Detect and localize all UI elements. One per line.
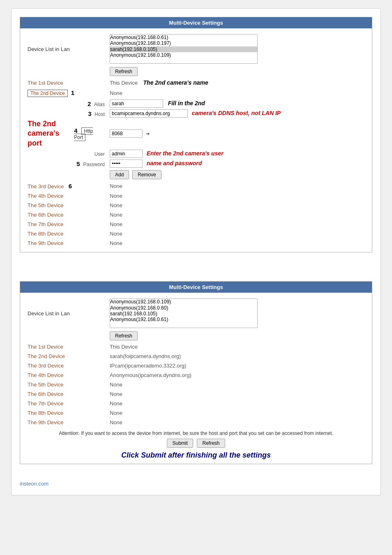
device-4-label: The 4th Device [24,191,106,201]
password-row: 5 Password name and password [24,159,368,169]
num-label-3: 3 [88,110,91,117]
num-label-2: 2 [88,100,91,107]
panel2-device-list-row: Device List in Lan Anonymous(192.168.0.1… [24,297,368,330]
page-wrapper: Multi-Device Settings Device List in Lan… [11,8,381,495]
p2-device-7-label: The 7th Device [24,399,106,408]
the-2nd-device-label: The 2nd Device [28,90,68,97]
panel2: Multi-Device Settings Device List in Lan… [20,281,372,464]
p2-device-row-1: The 1st Device This Device [24,342,368,352]
click-submit-annotation: Click Submit after finishing all the set… [24,451,368,460]
device-list-row: Device List in Lan Anonymous(192.168.0.6… [24,32,368,65]
add-button[interactable]: Add [110,170,129,179]
refresh-button-2[interactable]: Refresh [110,331,138,340]
device-7-value: None [106,220,368,229]
footer-link[interactable]: insteon.com [20,481,48,487]
p2-device-5-label: The 5th Device [24,380,106,389]
device-option-3[interactable]: sarah(192.168.0.105) [110,46,257,52]
device-row-7: The 7th Device None [24,220,368,229]
p2-device-row-7: The 7th Device None [24,399,368,408]
user-left-cell: User [24,149,106,159]
device-list-select[interactable]: Anonymous(192.168.0.61) Anonymous(192.16… [110,34,258,64]
device-list-cell: Anonymous(192.168.0.61) Anonymous(192.16… [106,32,368,65]
panel1: Multi-Device Settings Device List in Lan… [20,17,372,252]
p2-device-4-label: The 4th Device [24,370,106,380]
annotation-ddns-host: camera's DDNS host, not LAN IP [192,110,281,116]
p2-device-row-6: The 6th Device None [24,389,368,399]
device-list-select-wrapper: Anonymous(192.168.0.61) Anonymous(192.16… [110,34,258,64]
p2-device-row-4: The 4th Device Anonymous(ipcamera.dyndns… [24,370,368,380]
device-6-value: None [106,210,368,220]
host-value-cell: camera's DDNS host, not LAN IP [106,109,368,118]
add-remove-row: Add Remove [24,169,368,181]
num-label-1: 1 [71,89,74,96]
device-row-5: The 5th Device None [24,201,368,210]
device-option-1[interactable]: Anonymous(192.168.0.61) [110,35,257,40]
device-row-3: The 3rd Device 6 None [24,181,368,191]
p2-device-row-3: The 3rd Device IPcam(ipcamerademo.3322.o… [24,361,368,370]
panel2-device-list-select[interactable]: Anonymous(192.168.0.109) Anonymous(192.1… [110,298,258,328]
http-port-value-cell: ➔ [106,118,368,149]
remove-button[interactable]: Remove [132,170,161,179]
password-input[interactable] [110,160,143,168]
panel2-select-wrapper: Anonymous(192.168.0.109) Anonymous(192.1… [110,298,258,328]
panel2-header: Multi-Device Settings [20,282,372,293]
http-port-arrow: ➔ [146,131,150,136]
p2-device-6-label: The 6th Device [24,389,106,399]
host-num-cell: 3 Host [24,109,106,118]
device-3-value: None [106,181,368,191]
device-row-4: The 4th Device None [24,191,368,201]
host-field-label: Host [95,111,105,117]
num-label-5: 5 [76,160,80,167]
device-1-label: The 1st Device [24,78,106,88]
user-input[interactable] [110,150,143,158]
device-option-2[interactable]: Anonymous(192.168.0.197) [110,40,257,46]
bottom-buttons: Submit Refresh [24,439,368,448]
device-row-9: The 9th Device None [24,238,368,248]
p2-device-option-2[interactable]: Anonymous(192.168.0.60) [110,305,257,311]
submit-button[interactable]: Submit [167,439,193,448]
alias-value-cell: Fill in the 2nd [106,99,368,109]
p2-device-3-value: IPcam(ipcamerademo.3322.org) [106,361,368,370]
device-8-value: None [106,229,368,238]
device-4-value: None [106,191,368,201]
spacer-between-panels [20,269,372,281]
p2-device-9-value: None [106,418,368,427]
alias-input[interactable] [110,99,163,108]
attention-text: Attention: If you want to access the dev… [24,430,368,436]
panel2-body: Device List in Lan Anonymous(192.168.0.1… [20,293,372,464]
alias-field-label: Alias [94,102,105,107]
host-row: 3 Host camera's DDNS host, not LAN IP [24,109,368,118]
p2-device-option-3[interactable]: sarah(192.168.0.105) [110,311,257,317]
password-value-cell: name and password [106,159,368,169]
device-7-label: The 7th Device [24,220,106,229]
annotation-password: name and password [147,160,202,166]
p2-device-option-4[interactable]: Anonymous(192.168.0.61) [110,317,257,322]
this-device-text: This Device [110,80,138,86]
host-input[interactable] [110,109,188,118]
panel2-table: Device List in Lan Anonymous(192.168.0.1… [24,297,368,427]
p2-device-9-label: The 9th Device [24,418,106,427]
num-label-6: 6 [69,183,72,190]
panel1-table: Device List in Lan Anonymous(192.168.0.6… [24,32,368,248]
p2-device-8-label: The 8th Device [24,408,106,418]
device-1-value: This Device The 2nd camera's name [106,78,368,88]
annotation-2nd-name: The 2nd camera's name [143,79,208,86]
refresh-button-3[interactable]: Refresh [197,439,225,448]
p2-device-row-5: The 5th Device None [24,380,368,389]
panel1-body: Device List in Lan Anonymous(192.168.0.6… [20,28,372,252]
panel1-header: Multi-Device Settings [20,17,372,28]
http-port-input[interactable] [110,130,143,138]
p2-device-row-9: The 9th Device None [24,418,368,427]
panel2-refresh-row: Refresh [24,330,368,342]
p2-device-5-value: None [106,380,368,389]
device-row-6: The 6th Device None [24,210,368,220]
p2-device-option-1[interactable]: Anonymous(192.168.0.109) [110,299,257,305]
refresh-button-1[interactable]: Refresh [110,67,138,76]
password-num-cell: 5 Password [24,159,106,169]
device-option-4[interactable]: Anonymous(192.168.0.109) [110,52,257,58]
refresh-row-1: Refresh [24,65,368,78]
device-3-label-cell: The 3rd Device 6 [24,181,106,191]
p2-device-row-8: The 8th Device None [24,408,368,418]
user-field-label: User [95,151,105,157]
device-5-value: None [106,201,368,210]
